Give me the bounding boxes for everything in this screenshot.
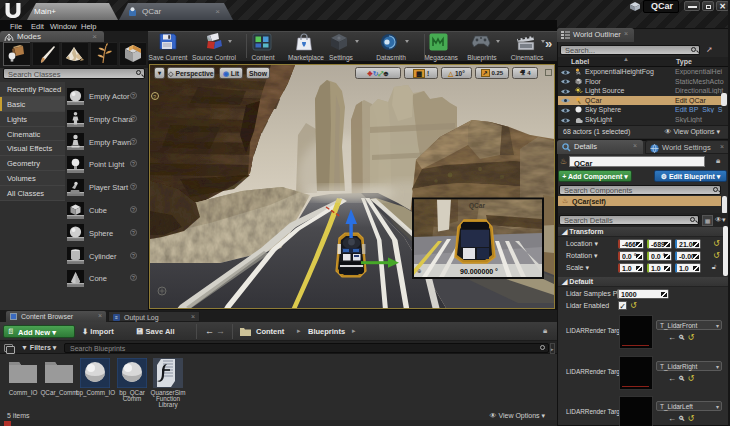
svg-text:⊕: ⊕ <box>417 268 422 274</box>
svg-text:QCar: QCar <box>469 202 485 210</box>
svg-text:90.000000 °: 90.000000 ° <box>460 268 498 275</box>
svg-text:?: ? <box>153 94 156 100</box>
